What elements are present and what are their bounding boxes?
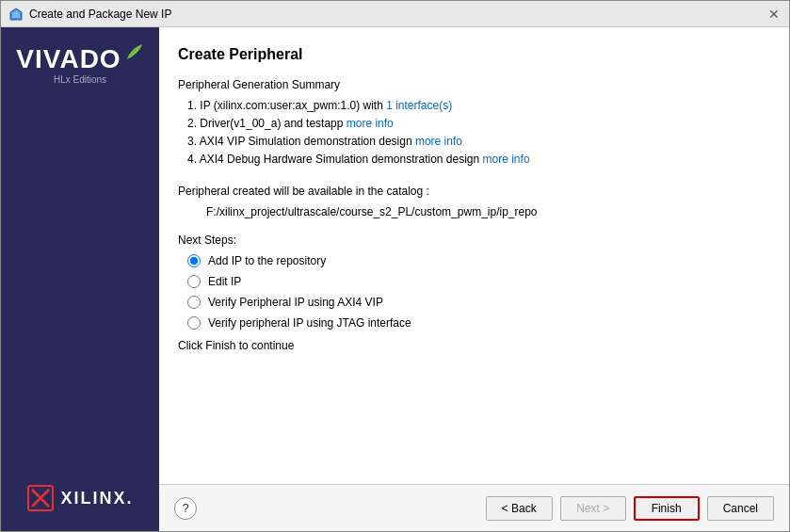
main-window: Create and Package New IP ✕ VIVADO HLx E… — [0, 0, 790, 532]
catalog-section: Peripheral created will be available in … — [178, 185, 770, 218]
catalog-label: Peripheral created will be available in … — [178, 185, 770, 198]
window-title: Create and Package New IP — [29, 8, 761, 21]
catalog-path: F:/xilinx_project/ultrascale/course_s2_P… — [178, 205, 770, 218]
footer-left: ? — [174, 497, 197, 520]
main-content: VIVADO HLx Editions XILINX. — [1, 27, 789, 531]
vivado-sub: HLx Editions — [54, 74, 106, 85]
next-button[interactable]: Next > — [560, 496, 626, 521]
click-finish-text: Click Finish to continue — [178, 339, 770, 352]
sidebar: VIVADO HLx Editions XILINX. — [1, 27, 159, 531]
item-2-number: 2. — [187, 117, 200, 130]
list-item: 1. IP (xilinx.com:user:ax_pwm:1.0) with … — [187, 99, 770, 112]
cancel-button[interactable]: Cancel — [707, 496, 774, 521]
finish-button[interactable]: Finish — [634, 496, 700, 521]
radio-add-ip-label[interactable]: Add IP to the repository — [208, 254, 326, 267]
item-4-link[interactable]: more info — [483, 153, 530, 166]
radio-edit-ip[interactable] — [187, 275, 201, 288]
xilinx-logo: XILINX. — [26, 484, 133, 512]
next-steps-section: Next Steps: Add IP to the repository Edi… — [178, 234, 770, 330]
vivado-logo: VIVADO HLx Editions — [16, 46, 143, 85]
item-3-text: AXI4 VIP Simulation demonstration design — [200, 135, 415, 148]
item-2-link[interactable]: more info — [347, 117, 394, 130]
xilinx-label: XILINX. — [60, 489, 133, 508]
radio-option-3: Verify Peripheral IP using AXI4 VIP — [178, 296, 770, 309]
close-button[interactable]: ✕ — [766, 7, 782, 22]
item-1-link[interactable]: 1 interface(s) — [386, 99, 452, 112]
radio-verify-jtag-label[interactable]: Verify peripheral IP using JTAG interfac… — [208, 316, 411, 330]
radio-option-2: Edit IP — [178, 275, 770, 288]
help-button[interactable]: ? — [174, 497, 197, 520]
svg-line-3 — [32, 490, 40, 497]
summary-list: 1. IP (xilinx.com:user:ax_pwm:1.0) with … — [178, 99, 770, 166]
scroll-container[interactable]: Create Peripheral Peripheral Generation … — [159, 27, 789, 484]
item-4-number: 4. — [187, 153, 200, 166]
summary-label: Peripheral Generation Summary — [178, 78, 770, 91]
page-title: Create Peripheral — [178, 46, 770, 63]
footer-right: < Back Next > Finish Cancel — [486, 496, 774, 521]
vivado-brand: VIVADO — [16, 46, 121, 73]
radio-edit-ip-label[interactable]: Edit IP — [208, 275, 241, 288]
item-3-link[interactable]: more info — [415, 135, 462, 148]
radio-option-4: Verify peripheral IP using JTAG interfac… — [178, 316, 770, 330]
next-steps-title: Next Steps: — [178, 234, 770, 247]
list-item: 2. Driver(v1_00_a) and testapp more info — [187, 117, 770, 130]
item-1-number: 1. — [187, 99, 200, 112]
list-item: 3. AXI4 VIP Simulation demonstration des… — [187, 135, 770, 148]
footer: ? < Back Next > Finish Cancel — [159, 484, 789, 531]
back-button[interactable]: < Back — [486, 496, 553, 521]
radio-option-1: Add IP to the repository — [178, 254, 770, 267]
item-1-text: IP (xilinx.com:user:ax_pwm:1.0) with — [200, 99, 386, 112]
radio-verify-jtag[interactable] — [187, 316, 201, 330]
app-icon — [8, 7, 24, 22]
radio-verify-vip-label[interactable]: Verify Peripheral IP using AXI4 VIP — [208, 296, 383, 309]
content-area: Create Peripheral Peripheral Generation … — [159, 27, 789, 531]
radio-add-ip[interactable] — [187, 254, 201, 267]
item-4-text: AXI4 Debug Hardware Simulation demonstra… — [200, 153, 483, 166]
titlebar: Create and Package New IP ✕ — [1, 1, 789, 27]
svg-line-4 — [41, 499, 49, 507]
item-2-text: Driver(v1_00_a) and testapp — [200, 117, 346, 130]
vivado-leaf-icon — [123, 42, 144, 63]
radio-verify-vip[interactable] — [187, 296, 201, 309]
list-item: 4. AXI4 Debug Hardware Simulation demons… — [187, 153, 770, 166]
xilinx-icon — [26, 484, 55, 512]
item-3-number: 3. — [187, 135, 200, 148]
